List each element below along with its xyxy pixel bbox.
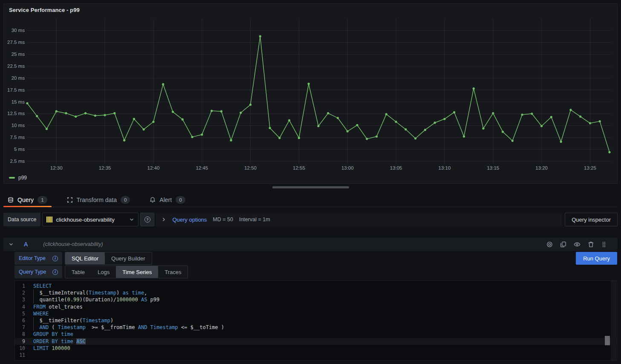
query-type-option-traces[interactable]: Traces	[158, 266, 188, 278]
tab-alert-label: Alert	[159, 196, 172, 203]
tab-query-count-badge: 1	[38, 196, 47, 204]
code-text: GROUP BY time	[33, 331, 73, 338]
svg-text:12:50: 12:50	[244, 165, 257, 170]
code-text: WHERE	[33, 310, 49, 317]
sql-line-6[interactable]: 6 $__timeFilter(Timestamp)	[15, 317, 617, 324]
panel-title: Service Performance - p99	[9, 7, 80, 13]
run-query-button[interactable]: Run Query	[576, 252, 617, 265]
code-text: SELECT	[33, 283, 52, 289]
query-type-label: Query Type i	[14, 266, 62, 278]
svg-text:13:25: 13:25	[584, 165, 596, 170]
sql-line-10[interactable]: 10LIMIT 100000	[15, 345, 617, 352]
line-number: 4	[15, 303, 25, 310]
svg-text:13:05: 13:05	[390, 165, 402, 170]
sql-editor[interactable]: 1SELECT2 $__timeInterval(Timestamp) as t…	[14, 280, 617, 361]
chart-legend: p99	[9, 175, 27, 181]
query-actions	[546, 241, 612, 248]
sql-line-2[interactable]: 2 $__timeInterval(Timestamp) as time,	[15, 289, 617, 296]
editor-type-option-sql-editor[interactable]: SQL Editor	[65, 252, 105, 264]
question-circle-icon: ?	[144, 217, 150, 222]
svg-text:22.5 ms: 22.5 ms	[7, 64, 25, 69]
svg-text:13:15: 13:15	[487, 165, 499, 170]
query-row-header[interactable]: A (clickhouse-observability)	[3, 237, 618, 251]
sql-line-9[interactable]: 9ORDER BY time ASC	[15, 338, 617, 345]
chevron-right-icon[interactable]	[161, 217, 166, 222]
query-options-bar: Query options MD = 50 Interval = 1m	[156, 213, 562, 226]
svg-text:20 ms: 20 ms	[12, 75, 25, 81]
query-inspector-button[interactable]: Query inspector	[565, 213, 618, 226]
panel-edit-page: 2.5 ms5 ms7.5 ms10 ms12.5 ms15 ms17.5 ms…	[0, 0, 621, 364]
tab-alert-count-badge: 0	[176, 196, 185, 204]
editor-tab-bar: Query 1 Transform data 0	[3, 193, 618, 207]
svg-text:5 ms: 5 ms	[14, 147, 25, 152]
line-number: 11	[15, 352, 25, 358]
line-number: 9	[15, 338, 25, 345]
collapse-chevron-icon[interactable]	[9, 242, 14, 247]
info-icon[interactable]: i	[52, 269, 58, 275]
sql-line-1[interactable]: 1SELECT	[15, 283, 617, 289]
editor-type-row: Editor Type i SQL EditorQuery Builder	[14, 252, 152, 265]
code-text: FROM otel_traces	[33, 303, 83, 310]
chevron-down-icon	[129, 217, 134, 222]
indent-guide	[33, 324, 34, 331]
duplicate-query-icon[interactable]	[560, 241, 566, 248]
sql-line-7[interactable]: 7 AND ( Timestamp >= $__fromTime AND Tim…	[15, 324, 617, 331]
tab-transform-data[interactable]: Transform data 0	[63, 193, 135, 207]
query-type-radio-group: TableLogsTime SeriesTraces	[65, 266, 188, 278]
legend-series-label[interactable]: p99	[18, 175, 27, 181]
datasource-picker[interactable]: clickhouse-observability	[42, 213, 139, 226]
svg-text:27.5 ms: 27.5 ms	[7, 40, 25, 45]
legend-series-swatch	[9, 177, 15, 179]
hide-response-eye-icon[interactable]	[574, 241, 581, 248]
tab-query[interactable]: Query 1	[3, 193, 52, 207]
disable-query-icon[interactable]	[546, 241, 553, 248]
svg-text:10 ms: 10 ms	[12, 123, 25, 128]
sql-line-3[interactable]: 3 quantile(0.99)(Duration)/1000000 AS p9…	[15, 296, 617, 303]
svg-text:12:35: 12:35	[99, 165, 111, 170]
active-tab-underline	[3, 206, 52, 207]
sql-line-8[interactable]: 8GROUP BY time	[15, 331, 617, 338]
svg-text:12:55: 12:55	[293, 165, 305, 170]
datasource-picker-value: clickhouse-observability	[56, 217, 126, 223]
editor-type-option-query-builder[interactable]: Query Builder	[105, 252, 151, 264]
code-text: $__timeInterval(Timestamp) as time,	[33, 289, 147, 296]
query-type-option-table[interactable]: Table	[65, 266, 91, 278]
svg-text:12.5 ms: 12.5 ms	[7, 111, 25, 116]
query-type-row: Query Type i TableLogsTime SeriesTraces	[14, 266, 188, 278]
datasource-row: Data source clickhouse-observability ? Q…	[3, 213, 618, 226]
indent-guide	[33, 317, 34, 324]
delete-query-trash-icon[interactable]	[588, 241, 594, 248]
svg-text:12:40: 12:40	[147, 165, 160, 170]
datasource-help-button[interactable]: ?	[140, 213, 154, 226]
sql-line-5[interactable]: 5WHERE	[15, 310, 617, 317]
timeseries-chart[interactable]: 2.5 ms5 ms7.5 ms10 ms12.5 ms15 ms17.5 ms…	[4, 4, 617, 183]
indent-guide	[33, 289, 34, 296]
svg-text:17.5 ms: 17.5 ms	[7, 87, 25, 92]
line-number: 2	[15, 289, 25, 296]
line-number: 1	[15, 283, 25, 289]
svg-text:12:30: 12:30	[50, 165, 63, 170]
max-data-points-stat: MD = 50	[213, 217, 233, 222]
panel-resize-handle[interactable]	[272, 186, 349, 188]
clickhouse-logo-icon	[46, 217, 52, 222]
query-options-toggle[interactable]: Query options	[172, 217, 207, 223]
database-icon	[8, 197, 14, 203]
svg-text:13:20: 13:20	[535, 165, 548, 170]
editor-scrollbar-slider[interactable]	[605, 336, 610, 345]
sql-line-11[interactable]: 11	[15, 352, 617, 358]
drag-handle-icon[interactable]	[601, 241, 607, 248]
transform-icon	[67, 197, 73, 203]
line-number: 6	[15, 317, 25, 324]
svg-text:2.5 ms: 2.5 ms	[10, 159, 25, 164]
sql-line-4[interactable]: 4FROM otel_traces	[15, 303, 617, 310]
info-icon[interactable]: i	[52, 256, 58, 261]
query-type-option-logs[interactable]: Logs	[91, 266, 116, 278]
svg-text:25 ms: 25 ms	[12, 52, 25, 57]
code-text: ORDER BY time ASC	[33, 338, 86, 345]
tab-alert[interactable]: Alert 0	[145, 193, 189, 207]
svg-text:13:10: 13:10	[439, 165, 451, 170]
query-type-option-time-series[interactable]: Time Series	[116, 266, 158, 278]
datasource-label: Data source	[3, 213, 40, 226]
tab-transform-label: Transform data	[77, 196, 117, 203]
svg-text:12:45: 12:45	[196, 165, 208, 170]
